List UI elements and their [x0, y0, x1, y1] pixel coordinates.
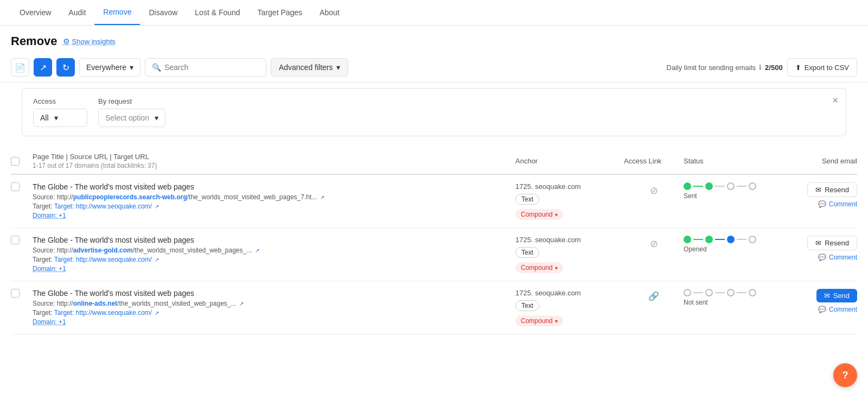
row3-target-link[interactable]: Target: http://www.seoquake.com/: [54, 309, 152, 317]
row2-domain[interactable]: Domain: +1: [33, 265, 515, 273]
filters-panel: × Access All ▾ By request Select option …: [22, 88, 846, 136]
row1-target-link[interactable]: Target: http://www.seoquake.com/: [54, 203, 152, 210]
external-link-icon-target3[interactable]: ↗: [155, 310, 159, 316]
step3: [727, 182, 735, 190]
gear-icon: ⚙: [63, 37, 70, 46]
compound-chevron: ▾: [555, 212, 558, 218]
line3: [737, 239, 746, 240]
row3-checkbox[interactable]: [11, 289, 20, 298]
row1-title: The Globe - The world's most visited web…: [33, 182, 515, 191]
col-page-subtitle: 1-17 out of 17 domains (total backlinks:…: [33, 162, 515, 169]
mail-icon3: ✉: [824, 292, 830, 300]
row2-page-info: The Globe - The world's most visited web…: [33, 236, 515, 273]
external-link-icon[interactable]: ↗: [320, 194, 324, 200]
line2: [715, 239, 725, 240]
main-table: Page Title | Source URL | Target URL 1-1…: [11, 148, 857, 334]
resend-button2[interactable]: ✉ Resend: [807, 236, 857, 250]
header-page-info: Page Title | Source URL | Target URL 1-1…: [33, 153, 515, 169]
row3-action: ✉ Send 💬 Comment: [781, 289, 857, 313]
line3: [737, 292, 746, 293]
row2-target: Target: Target: http://www.seoquake.com/…: [33, 256, 515, 263]
nav-overview[interactable]: Overview: [11, 1, 60, 24]
row1-access-link: ⊘: [624, 182, 684, 197]
everywhere-label: Everywhere: [86, 63, 126, 72]
row3-domain[interactable]: Domain: +1: [33, 318, 515, 326]
line2: [715, 292, 725, 293]
step1: [684, 236, 691, 243]
link-icon[interactable]: 🔗: [648, 291, 659, 301]
chevron-down-icon-access: ▾: [54, 113, 58, 122]
nav-about[interactable]: About: [311, 1, 348, 24]
row2-source: Source: http://advertise-gold.com/the_wo…: [33, 247, 515, 254]
toolbar: 📄 ↗ ↻ Everywhere ▾ 🔍 Advanced filters ▾ …: [0, 53, 868, 83]
row1-domain[interactable]: Domain: +1: [33, 212, 515, 219]
compound-chevron3: ▾: [555, 318, 558, 324]
filter-by-request: By request Select option ▾: [98, 97, 165, 127]
toolbar-btn-arrow[interactable]: ↗: [34, 58, 52, 77]
row1-status: Sent: [684, 182, 781, 200]
external-link-icon-target2[interactable]: ↗: [155, 257, 159, 263]
row1-checkbox[interactable]: [11, 182, 20, 191]
col-access-link: Access Link: [624, 157, 684, 165]
info-icon[interactable]: ℹ: [759, 64, 762, 71]
row1-source: Source: http://publicpeoplerecords.searc…: [33, 193, 515, 201]
row2-tag-compound[interactable]: Compound▾: [515, 262, 563, 273]
row3-status-progress: [684, 289, 781, 296]
row2-anchor: 1725. seoquake.com Text Compound▾: [515, 236, 624, 273]
comment-button2[interactable]: 💬 Comment: [818, 254, 857, 261]
step1: [684, 182, 691, 190]
nav-remove[interactable]: Remove: [94, 0, 140, 25]
row3-tag-text: Text: [515, 300, 539, 311]
export-csv-button[interactable]: ⬆ Export to CSV: [787, 58, 857, 77]
comment-button3[interactable]: 💬 Comment: [818, 306, 857, 313]
row1-status-progress: [684, 182, 781, 190]
step1: [684, 289, 691, 296]
nav-target-pages[interactable]: Target Pages: [249, 1, 311, 24]
external-link-icon3[interactable]: ↗: [239, 301, 244, 307]
row3-checkbox-col: [11, 289, 33, 298]
row3-tag-compound[interactable]: Compound▾: [515, 315, 563, 326]
advanced-filters-button[interactable]: Advanced filters ▾: [271, 58, 348, 77]
external-link-icon-target[interactable]: ↗: [155, 204, 159, 210]
nav-disavow[interactable]: Disavow: [140, 1, 186, 24]
row1-source-link[interactable]: publicpeoplerecords.search-web.org: [73, 193, 187, 201]
nav-lost-found[interactable]: Lost & Found: [186, 1, 248, 24]
search-input[interactable]: [164, 63, 259, 72]
send-button[interactable]: ✉ Send: [816, 289, 857, 302]
question-mark-icon[interactable]: ⊘: [650, 185, 658, 197]
resend-label2: Resend: [825, 239, 849, 247]
everywhere-dropdown[interactable]: Everywhere ▾: [79, 58, 141, 77]
row1-tag-compound[interactable]: Compound▾: [515, 209, 563, 220]
show-insights-button[interactable]: ⚙ Show insights: [63, 37, 116, 46]
select-all-checkbox[interactable]: [11, 157, 20, 166]
row2-target-link[interactable]: Target: http://www.seoquake.com/: [54, 256, 152, 263]
filter-access-label: Access: [33, 97, 87, 105]
nav-audit[interactable]: Audit: [60, 1, 94, 24]
header-checkbox-col: [11, 157, 33, 166]
step2: [705, 289, 713, 296]
step4: [749, 182, 756, 190]
toolbar-btn-refresh[interactable]: ↻: [56, 58, 75, 77]
row3-source-link[interactable]: online-ads.net: [73, 300, 117, 307]
table-row: The Globe - The world's most visited web…: [11, 281, 857, 334]
row2-checkbox[interactable]: [11, 236, 20, 244]
row1-source-rest: /the_worlds_most_visited_web_pages_7.ht.…: [187, 193, 317, 201]
row3-target: Target: Target: http://www.seoquake.com/…: [33, 309, 515, 317]
chevron-down-icon-adv: ▾: [336, 63, 340, 72]
col-anchor: Anchor: [515, 157, 624, 165]
search-box[interactable]: 🔍: [145, 58, 266, 77]
comment-icon: 💬: [818, 200, 826, 208]
row2-source-link[interactable]: advertise-gold.com: [73, 247, 133, 254]
table-row: The Globe - The world's most visited web…: [11, 175, 857, 228]
filter-by-request-dropdown[interactable]: Select option ▾: [98, 109, 165, 127]
comment-button[interactable]: 💬 Comment: [818, 200, 857, 208]
toolbar-btn-doc[interactable]: 📄: [11, 58, 29, 77]
row3-status-label: Not sent: [684, 299, 781, 306]
resend-button[interactable]: ✉ Resend: [807, 182, 857, 197]
filters-close-button[interactable]: ×: [832, 95, 838, 106]
filter-access-dropdown[interactable]: All ▾: [33, 109, 87, 127]
compound-chevron2: ▾: [555, 265, 558, 271]
line1: [693, 292, 703, 293]
external-link-icon2[interactable]: ↗: [255, 248, 259, 254]
question-mark-icon2[interactable]: ⊘: [650, 238, 658, 250]
